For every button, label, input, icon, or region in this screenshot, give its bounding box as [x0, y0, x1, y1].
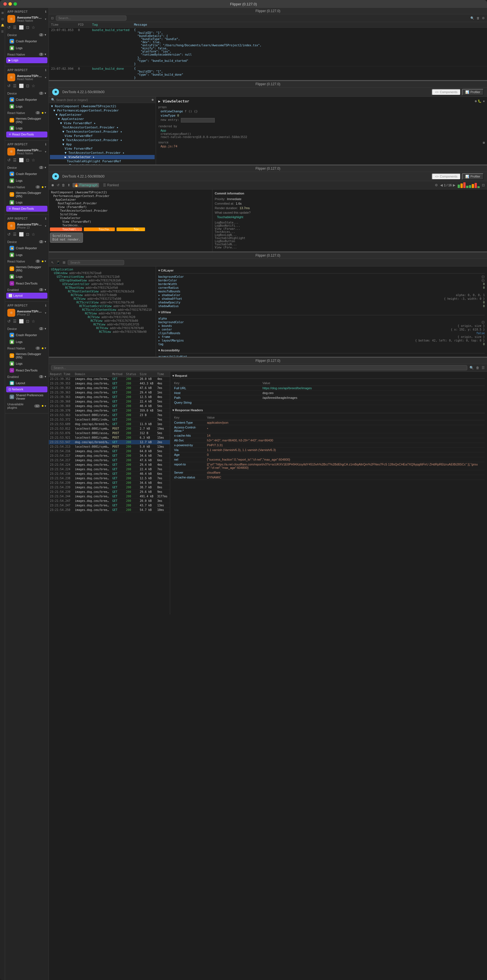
app-selector-2[interactable]: ⚛ AwesomeTSProj... React Native ▾: [5, 72, 49, 83]
device-group-header-2[interactable]: Device 2 ▾: [5, 90, 49, 96]
devtools-selected-2[interactable]: ⚛ React DevTools: [6, 132, 48, 137]
hermes-item-5[interactable]: H Hermes Debugger (RN): [5, 351, 49, 360]
refresh-icon[interactable]: ↺: [7, 25, 11, 30]
refresh5-icon[interactable]: ↺: [7, 319, 11, 323]
logs-item-4[interactable]: 📋 Logs: [5, 251, 49, 258]
enabled-group-header-4[interactable]: Enabled 3 ▾: [5, 287, 49, 293]
logs-item-2[interactable]: 📋 Logs: [5, 103, 49, 110]
logs-item-3[interactable]: 📋 Logs: [5, 177, 49, 184]
tab-components[interactable]: <> Components: [432, 89, 461, 95]
menu5-icon[interactable]: ☰: [13, 319, 17, 323]
devtools-selected-3[interactable]: ⚛ React DevTools: [6, 206, 48, 212]
hermes-item-4[interactable]: H Hermes Debugger (RN): [5, 264, 49, 273]
bell-icon[interactable]: 🔔: [0, 23, 5, 27]
network-clear-icon[interactable]: 🗑: [476, 366, 479, 370]
app-selector-1[interactable]: ⚛ AwesomeTSProj... React Native ▾: [5, 14, 49, 24]
profiler-tab-profiler[interactable]: 📊 Profiler: [462, 173, 484, 180]
expand-icon[interactable]: ⊡: [482, 183, 485, 187]
screenshot2-icon[interactable]: ⬜: [19, 84, 24, 88]
ui-tree-item[interactable]: RCTView addr=0x7f83176788e90: [50, 330, 155, 334]
home-icon[interactable]: ⊞: [0, 11, 5, 15]
ui-tree-item[interactable]: UIWindow addr=0x7f8317672ea0: [50, 271, 155, 275]
profiler-tab-components[interactable]: <> Components: [432, 173, 461, 180]
network-row[interactable]: 23:21:54.239 images.dog.ceo/breeds/husky…: [49, 490, 170, 494]
network-row[interactable]: 23:21:53.363 localhost:8081/status GET 2…: [49, 413, 170, 417]
settings-tree-icon[interactable]: ⚙: [152, 98, 154, 102]
bookmark4-icon[interactable]: ☆: [32, 158, 35, 162]
source-copy-icon[interactable]: ⊡: [483, 141, 485, 145]
camera5-icon[interactable]: ⊡: [26, 319, 29, 323]
settings-icon-logs[interactable]: ⚙: [482, 16, 485, 20]
network-search-input[interactable]: [51, 365, 467, 370]
log-row[interactable]: 23:07:02.994 0 bundle_build_done { "buil…: [49, 66, 487, 80]
minimize-button[interactable]: [8, 2, 12, 6]
network-row[interactable]: 23:21:39.353 images.dog.ceo/breeds/husky…: [49, 381, 170, 386]
hermes-item-3[interactable]: H Hermes Debugger (RN): [5, 190, 49, 199]
network-row[interactable]: 23:21:54.239 images.dog.ceo/breeds/husky…: [49, 481, 170, 485]
close-button[interactable]: [3, 2, 7, 6]
tree-item[interactable]: ▼ TextAncestorContext.Provider ✦: [50, 151, 155, 155]
next-icon[interactable]: ▶: [453, 183, 455, 187]
network-row[interactable]: 23:21:39.370 images.dog.ceo/breeds/husky…: [49, 409, 170, 413]
flamegraph-btn[interactable]: 🔥 Flamegraph: [73, 183, 99, 188]
network-row[interactable]: 23:21:54.238 images.dog.ceo/breeds/husky…: [49, 472, 170, 476]
menu-icon[interactable]: ☰: [13, 25, 17, 30]
network-row[interactable]: 23:21:39.368 images.dog.ceo/breeds/husky…: [49, 399, 170, 404]
ui-tree-item[interactable]: RCTRootView addr=0x7f831762dfb0: [50, 286, 155, 290]
logs-item-5b[interactable]: 📋 Logs: [5, 360, 49, 367]
rn-group-header-2[interactable]: React Native 3 ▾: [5, 110, 49, 116]
network-row[interactable]: 23:21:53.689 dog.ceo/api/breed/husky/ima…: [49, 422, 170, 426]
rn-group-header-4[interactable]: React Native 3 ▾: [5, 258, 49, 264]
accessibility-title[interactable]: ▾ Accessibility: [158, 348, 485, 353]
shared-prefs-item-5[interactable]: ⊞ Shared Preferences Viewer: [5, 392, 49, 401]
crash-reporter-item-5[interactable]: 💥 Crash Reporter: [5, 332, 49, 339]
tab-profiler[interactable]: 📊 Profiler: [462, 89, 484, 95]
tree-item[interactable]: View ForwardRef: [50, 134, 155, 138]
ui-tree-item[interactable]: RCTView addr=0x7f831d913f35: [50, 323, 155, 326]
tree-item[interactable]: ▼ TextAncestorContext.Provider ✦: [50, 130, 155, 134]
reload-icon[interactable]: ↺: [57, 183, 60, 187]
search-icon-logs[interactable]: 🔍: [470, 16, 474, 20]
device-group-header-5[interactable]: Device 2 ▾: [5, 326, 49, 332]
network-row[interactable]: 23:21:39.369 images.dog.ceo/breeds/husky…: [49, 404, 170, 409]
menu3-icon[interactable]: ☰: [13, 158, 17, 162]
network-row[interactable]: 23:21:54.244 images.dog.ceo/breeds/husky…: [49, 494, 170, 499]
bookmark2-icon[interactable]: ☆: [32, 25, 35, 30]
network-row[interactable]: 23:21:39.363 images.dog.ceo/breeds/husky…: [49, 395, 170, 399]
load-icon[interactable]: ⬆: [67, 183, 70, 187]
tree-item[interactable]: ▼ View ForwardRef ✦: [50, 121, 155, 125]
device-group-header-1[interactable]: Device 2 ▾: [5, 32, 49, 38]
vs-settings-icon[interactable]: ⚙: [475, 99, 477, 103]
ui-tree-item[interactable]: RCTView addr=0x7f83176793b80: [50, 319, 155, 323]
devtools-item-4[interactable]: ⚛ React DevTools: [5, 280, 49, 287]
logs-item-5[interactable]: 📋 Logs: [5, 339, 49, 345]
network-row[interactable]: 23:21:54.247 images.dog.ceo/breeds/husky…: [49, 499, 170, 503]
ui-tree-item[interactable]: RCTScrollView addr=0x7f83176b79c40: [50, 301, 155, 304]
network-row[interactable]: 23:21:39.363 images.dog.ceo/breeds/husky…: [49, 390, 170, 395]
crash-reporter-item-2[interactable]: 💥 Crash Reporter: [5, 96, 49, 103]
screenshot4-icon[interactable]: ⬜: [19, 232, 24, 237]
ui-tree-item[interactable]: RCTView addr=0x7f83176917620: [50, 315, 155, 319]
refresh2-icon[interactable]: ↺: [7, 84, 11, 88]
rn-group-header-3[interactable]: React Native 3 ▾: [5, 184, 49, 190]
ui-tree-item[interactable]: RCTView addr=0x7f8317177a500: [50, 297, 155, 301]
search-sidebar-icon[interactable]: ⊡: [0, 17, 5, 21]
ui-tree-item[interactable]: UIViewController addr=0x7f83176260e0: [50, 282, 155, 286]
screenshot3-icon[interactable]: ⬜: [19, 158, 24, 162]
app-selector-5[interactable]: ⚛ AwesomeTSProj... iPhone 13 ▾: [5, 308, 49, 318]
network-row[interactable]: 23:21:54.224 images.dog.ceo/breeds/husky…: [49, 467, 170, 472]
logs-item-4b[interactable]: 📋 Logs: [5, 273, 49, 280]
tree-item[interactable]: ▶ ViewSelector ✦: [50, 155, 155, 159]
pointer-icon[interactable]: ↖: [51, 261, 54, 264]
logs-item-2b[interactable]: 📋 Logs: [5, 125, 49, 132]
inspector-search-input[interactable]: [68, 260, 124, 265]
logs-item-3b[interactable]: 📋 Logs: [5, 199, 49, 206]
bookmark6-icon[interactable]: ☆: [32, 319, 35, 323]
screenshot-icon[interactable]: ⬜: [19, 25, 24, 30]
layout-item-5[interactable]: ⬜ Layout: [5, 380, 49, 387]
network-row[interactable]: 23:21:39.353 images.dog.ceo/breeds/husky…: [49, 386, 170, 390]
tree-item[interactable]: ▼ AppContainer: [50, 117, 155, 121]
logs-item-1[interactable]: 📋 Logs: [5, 45, 49, 51]
ui-tree-item[interactable]: UITransitionView addr=0x7f831761711b0: [50, 275, 155, 278]
app-selector-4[interactable]: ⚛ AwesomeTSProj... iPhone 13 ▾: [5, 221, 49, 231]
